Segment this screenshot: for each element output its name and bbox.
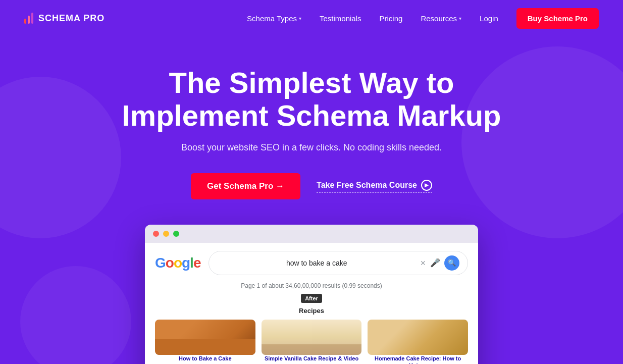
nav-testimonials[interactable]: Testimonials xyxy=(320,14,361,23)
nav-links: Schema Types ▾ Testimonials Pricing Reso… xyxy=(247,8,599,29)
cake-image-1 xyxy=(155,320,255,355)
logo-icon xyxy=(24,13,33,24)
browser-window: Google how to bake a cake ✕ 🎤 🔍 Page 1 o… xyxy=(145,225,478,364)
nav-pricing[interactable]: Pricing xyxy=(380,14,403,23)
chevron-down-icon: ▾ xyxy=(459,16,461,21)
search-query: how to bake a cake xyxy=(217,259,416,267)
brand-name: SCHEMA PRO xyxy=(38,13,105,24)
browser-content: Google how to bake a cake ✕ 🎤 🔍 Page 1 o… xyxy=(145,243,478,364)
after-badge: After xyxy=(301,294,322,303)
recipes-section-label: Recipes xyxy=(155,307,468,315)
nav-schema-types[interactable]: Schema Types ▾ xyxy=(247,14,301,23)
nav-resources[interactable]: Resources ▾ xyxy=(421,14,461,23)
recipe-title-3: Homemade Cake Recipe: How to Make... xyxy=(368,355,468,364)
browser-close-dot xyxy=(153,231,159,237)
decorative-circle-left xyxy=(0,77,121,238)
recipe-title-1: How to Bake a Cake xyxy=(155,355,255,362)
browser-minimize-dot xyxy=(163,231,169,237)
hero-subtitle: Boost your website SEO in a few clicks. … xyxy=(10,142,613,153)
recipe-card-3: Homemade Cake Recipe: How to Make... Tas… xyxy=(368,320,468,364)
clear-search-icon: ✕ xyxy=(420,259,426,267)
search-bar: how to bake a cake ✕ 🎤 🔍 xyxy=(209,251,468,275)
mic-icon: 🎤 xyxy=(430,258,440,268)
browser-mockup: Google how to bake a cake ✕ 🎤 🔍 Page 1 o… xyxy=(10,225,613,364)
cake-image-2 xyxy=(262,320,362,355)
google-search-header: Google how to bake a cake ✕ 🎤 🔍 xyxy=(155,251,468,275)
browser-maximize-dot xyxy=(173,231,179,237)
browser-title-bar xyxy=(145,225,478,243)
nav-login[interactable]: Login xyxy=(480,14,498,23)
nav-buy-button[interactable]: Buy Scheme Pro xyxy=(516,8,599,29)
recipe-card-2: Simple Vanilla Cake Recipe & Video Joy o… xyxy=(262,320,362,364)
recipe-cards: How to Bake a Cake wikihow ★★★★☆ (244) S… xyxy=(155,320,468,364)
logo[interactable]: SCHEMA PRO xyxy=(24,13,105,24)
cake-image-3 xyxy=(368,320,468,355)
free-course-button[interactable]: Take Free Schema Course ▶ xyxy=(317,180,432,193)
hero-section: The Simplest Way to Implement Schema Mar… xyxy=(0,36,623,364)
results-count: Page 1 of about 34,60,00,000 results (0.… xyxy=(155,282,468,289)
navigation: SCHEMA PRO Schema Types ▾ Testimonials P… xyxy=(0,0,623,36)
chevron-down-icon: ▾ xyxy=(299,16,301,21)
recipe-title-2: Simple Vanilla Cake Recipe & Video xyxy=(262,355,362,362)
search-button: 🔍 xyxy=(444,255,459,271)
play-icon: ▶ xyxy=(421,180,432,191)
recipe-card-1: How to Bake a Cake wikihow ★★★★☆ (244) xyxy=(155,320,255,364)
hero-title: The Simplest Way to Implement Schema Mar… xyxy=(115,67,508,132)
hero-buttons: Get Schema Pro → Take Free Schema Course… xyxy=(10,173,613,199)
google-logo: Google xyxy=(155,255,200,271)
get-schema-pro-button[interactable]: Get Schema Pro → xyxy=(191,173,300,199)
